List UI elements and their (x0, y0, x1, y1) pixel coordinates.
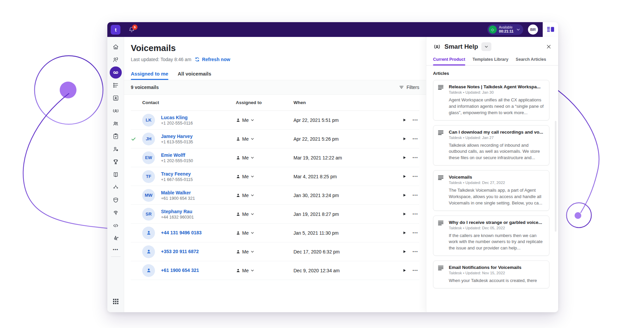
refresh-now-button[interactable]: Refresh now (195, 57, 230, 62)
sidebar-item-clipboard-check[interactable] (110, 130, 122, 142)
filters-button[interactable]: Filters (399, 85, 419, 90)
sidebar-item-gamification[interactable] (110, 156, 122, 168)
assigned-to-dropdown[interactable]: Me (236, 249, 289, 254)
sidebar-item-teams[interactable] (110, 118, 122, 130)
queue-list-icon (112, 82, 119, 89)
article-doc-icon (438, 130, 447, 140)
article-title: Voicemails (449, 175, 544, 180)
contact-name-link[interactable]: Tracy Feeney (161, 171, 191, 177)
contact-name-link[interactable]: +61 1900 654 321 (161, 268, 199, 273)
tab-assigned-to-me[interactable]: Assigned to me (131, 71, 168, 80)
agent-status-selector[interactable]: ◇ Available 00:21:11 (487, 24, 523, 35)
assigned-to-dropdown[interactable]: Me (236, 268, 289, 273)
sidebar-item-more[interactable]: ••• (110, 245, 122, 254)
assigned-to-dropdown[interactable]: Me (236, 230, 289, 236)
sidebar-item-developer-code[interactable] (110, 220, 122, 232)
decor-left-dot (60, 82, 76, 98)
article-meta: Taldesk • Updated: Dec 05, 2022 (449, 226, 544, 230)
top-bar: t 5 ◇ Available 00:21:11 (107, 22, 558, 37)
contact-avatar: SR (142, 208, 155, 221)
article-card[interactable]: Voicemails Taldesk • Updated: Dec 27, 20… (433, 170, 549, 211)
assigned-to-dropdown[interactable]: Me (236, 136, 289, 142)
contact-name-link[interactable]: +44 131 9496 0183 (161, 230, 202, 235)
contact-name-link[interactable]: Lucas Kling (161, 115, 187, 120)
sidebar-item-knowledge-book[interactable] (110, 169, 122, 181)
row-more-button[interactable]: ••• (412, 231, 419, 235)
voicemail-date: Jan 30, 2021 3:24 pm (289, 193, 397, 198)
assigned-to-dropdown[interactable]: Me (236, 118, 289, 123)
sidebar-item-apps[interactable] (110, 295, 122, 308)
play-icon (402, 231, 407, 235)
row-more-button[interactable]: ••• (412, 269, 419, 272)
sidebar-item-routing-flow[interactable] (110, 181, 122, 193)
sidebar-item-contacts[interactable] (110, 92, 122, 104)
assigned-to-dropdown[interactable]: Me (236, 155, 289, 160)
play-icon (402, 137, 407, 141)
voicemail-row: EW Emie Wolff +1 202-555-0150 Me (131, 148, 419, 167)
row-more-button[interactable]: ••• (412, 250, 419, 253)
person-icon (236, 268, 240, 273)
tab-current-product[interactable]: Current Product (433, 57, 465, 65)
assigned-to-dropdown[interactable]: Me (236, 174, 289, 179)
row-more-button[interactable]: ••• (412, 137, 419, 141)
contact-name-link[interactable]: Jamey Harvey (161, 134, 193, 139)
article-title: Why do I receive strange or garbled voic… (449, 220, 544, 225)
context-panel-toggle-icon[interactable] (547, 27, 554, 33)
voicemail-row: JH Jamey Harvey +1 613-555-0135 Me (131, 130, 419, 148)
contact-avatar (142, 245, 155, 258)
row-more-button[interactable]: ••• (412, 156, 419, 159)
tab-all-voicemails[interactable]: All voicemails (178, 71, 211, 80)
article-card[interactable]: Email Notifications for Voicemails Talde… (433, 261, 549, 288)
sidebar-item-automations[interactable] (110, 232, 122, 244)
smart-help-close-button[interactable] (546, 44, 551, 49)
play-button[interactable] (397, 193, 412, 197)
assigned-to-dropdown[interactable]: Me (236, 193, 289, 198)
last-updated-text: Last updated: Today 8:46 am (131, 57, 191, 62)
code-icon (112, 222, 119, 229)
article-card[interactable]: Why do I receive strange or garbled voic… (433, 216, 549, 256)
play-button[interactable] (397, 249, 412, 254)
articles-list: Release Notes | Talkdesk Agent Workspa..… (426, 79, 558, 312)
article-title: Email Notifications for Voicemails (449, 265, 544, 270)
voicemail-row: SR Stephany Rau +44 1632 960301 Me (131, 205, 419, 224)
contact-name-link[interactable]: +353 20 911 6872 (161, 249, 199, 254)
tab-templates-library[interactable]: Templates Library (473, 57, 508, 65)
status-label: Available (499, 26, 514, 29)
play-button[interactable] (397, 137, 412, 141)
play-button[interactable] (397, 155, 412, 160)
notifications-button[interactable]: 5 (128, 27, 135, 33)
article-snippet: Talkdesk allows recording of inbound and… (449, 142, 544, 161)
sidebar-item-workforce[interactable] (110, 143, 122, 155)
row-more-button[interactable]: ••• (412, 193, 419, 197)
sidebar-item-security-shield[interactable] (110, 194, 122, 206)
row-more-button[interactable]: ••• (412, 212, 419, 216)
play-button[interactable] (397, 231, 412, 235)
row-more-button[interactable]: ••• (412, 175, 419, 178)
sidebar-item-voicemails[interactable] (110, 66, 122, 79)
sidebar-item-queue-list[interactable] (110, 79, 122, 91)
smart-help-collapse-button[interactable] (481, 42, 491, 51)
chevron-down-icon (250, 137, 255, 141)
article-card[interactable]: Release Notes | Talkdesk Agent Workspa..… (433, 80, 549, 121)
sidebar-item-agent-assist[interactable] (110, 54, 122, 66)
play-button[interactable] (397, 268, 412, 273)
contact-name-link[interactable]: Mable Walker (161, 190, 191, 195)
assigned-to-dropdown[interactable]: Me (236, 212, 289, 217)
row-more-button[interactable]: ••• (412, 118, 419, 122)
talkdesk-logo[interactable]: t (111, 25, 120, 35)
sidebar-item-voice-biometrics[interactable] (110, 207, 122, 219)
play-button[interactable] (397, 118, 412, 122)
article-card[interactable]: Can I download my call recordings and vo… (433, 125, 549, 166)
sidebar-item-agent-headset[interactable] (110, 105, 122, 117)
app-window: t 5 ◇ Available 00:21:11 (107, 22, 558, 312)
play-button[interactable] (397, 212, 412, 216)
user-avatar[interactable]: BR (528, 25, 538, 35)
panel-scrollbar[interactable] (555, 121, 556, 232)
contact-phone: +1 613-555-0135 (161, 140, 236, 144)
contact-name-link[interactable]: Emie Wolff (161, 152, 185, 158)
status-available-icon: ◇ (489, 26, 497, 34)
contact-name-link[interactable]: Stephany Rau (161, 209, 192, 214)
sidebar-item-home[interactable] (110, 41, 122, 53)
play-button[interactable] (397, 174, 412, 179)
tab-search-articles[interactable]: Search Articles (516, 57, 546, 65)
